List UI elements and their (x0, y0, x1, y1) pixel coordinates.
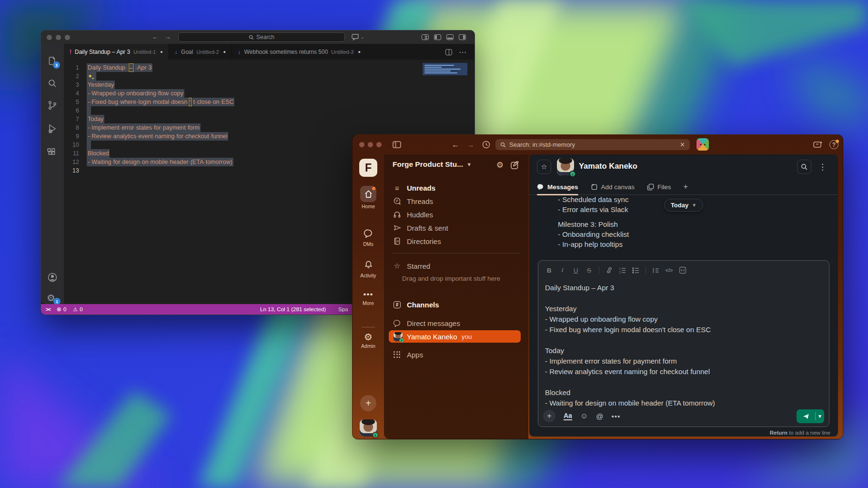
help-icon[interactable]: ? (829, 140, 838, 149)
slack-titlebar[interactable]: ← → Search: in:#std-memory ✕ ? (353, 135, 843, 154)
workspace-menu[interactable]: Forge Product Stu...▼ (393, 160, 472, 169)
back-icon[interactable]: ← (152, 33, 159, 41)
workspace-switcher[interactable]: F (353, 159, 384, 177)
editor-more-actions-icon[interactable]: ⋯ (459, 48, 467, 57)
rail-item-activity[interactable]: Activity (353, 256, 384, 278)
link-icon[interactable] (604, 266, 614, 274)
formatting-toggle-aa[interactable]: Aa (564, 412, 572, 420)
unsaved-dot-icon[interactable]: ● (358, 50, 360, 54)
tab-add-canvas[interactable]: Add canvas (591, 179, 635, 195)
toggle-secondary-sidebar-icon[interactable] (459, 34, 466, 40)
create-new-button[interactable]: + (353, 395, 384, 411)
zoom-button[interactable] (376, 142, 382, 147)
rail-item-admin[interactable]: ⚙ Admin (353, 332, 384, 349)
sidebar-settings-gear-icon[interactable]: ⚙ (496, 160, 504, 170)
vscode-titlebar[interactable]: ← → Search ⌄ (41, 30, 474, 44)
cursor-position[interactable]: Ln 13, Col 1 (281 selected) (260, 306, 326, 312)
sidebar-item-huddles[interactable]: Huddles (384, 208, 528, 221)
sidebar-item-drafts[interactable]: Drafts & sent (384, 221, 528, 234)
compose-icon[interactable] (511, 161, 519, 169)
date-divider-pill[interactable]: Today ▼ (664, 199, 703, 212)
sidebar-item-threads[interactable]: Threads (384, 194, 528, 208)
code-block-icon[interactable] (677, 266, 687, 274)
split-editor-icon[interactable] (445, 49, 452, 55)
account-icon[interactable] (47, 272, 58, 283)
unsaved-dot-icon[interactable]: ● (160, 50, 162, 54)
sidebar-item-apps[interactable]: Apps (384, 348, 528, 361)
settings-gear-icon[interactable]: ⚙ 1 (47, 293, 58, 304)
message-composer[interactable]: B I U S 12 (538, 260, 829, 427)
unsaved-dot-icon[interactable]: ● (223, 50, 226, 54)
toggle-sidebar-icon[interactable] (393, 141, 401, 148)
clear-search-icon[interactable]: ✕ (680, 141, 685, 148)
history-clock-icon[interactable] (482, 141, 490, 149)
ordered-list-icon[interactable]: 12 (617, 267, 627, 274)
help-notification-dot (836, 140, 839, 143)
problems-errors[interactable]: 0 (57, 306, 66, 313)
tab-messages[interactable]: Messages (537, 179, 578, 195)
run-debug-icon[interactable] (47, 123, 58, 134)
sidebar-section-channels[interactable]: # Channels (384, 298, 528, 311)
copilot-chat-icon[interactable]: ⌄ (352, 34, 366, 41)
schedule-send-chevron-icon[interactable]: ▼ (816, 414, 824, 419)
tab-daily-standup[interactable]: ! Daily Standup – Apr 3 Untitled-1 ● (64, 44, 169, 60)
sidebar-item-unreads[interactable]: ≡ Unreads (384, 181, 528, 194)
remote-indicator-icon[interactable]: >< (46, 306, 50, 312)
conversation-avatar[interactable]: z (557, 158, 574, 175)
customize-layout-icon[interactable] (422, 34, 429, 40)
composer-input[interactable]: Daily Standup – Apr 3 Yesterday - Wrappe… (545, 283, 715, 408)
bulleted-list-icon[interactable] (631, 267, 641, 274)
rail-item-dms[interactable]: DMs (353, 225, 384, 247)
star-conversation-button[interactable]: ☆ (537, 160, 551, 174)
attach-plus-icon[interactable]: + (543, 410, 555, 422)
explorer-icon[interactable]: 3 (47, 55, 58, 67)
profile-sticker-icon[interactable] (696, 138, 709, 151)
minimize-button[interactable] (368, 142, 373, 147)
new-huddle-icon[interactable] (813, 140, 823, 149)
forward-icon[interactable]: → (467, 141, 474, 149)
back-icon[interactable]: ← (452, 141, 459, 149)
source-control-icon[interactable] (47, 100, 58, 111)
minimap[interactable] (423, 63, 467, 75)
sidebar-section-starred[interactable]: ☆ Starred (384, 259, 528, 273)
bold-icon[interactable]: B (544, 267, 554, 274)
plus-icon[interactable]: + (360, 395, 376, 411)
sidebar-item-directories[interactable]: a Directories (384, 234, 528, 248)
workspace-logo[interactable]: F (359, 159, 377, 177)
underline-icon[interactable]: U (571, 267, 581, 274)
toggle-sidebar-icon[interactable] (434, 34, 441, 40)
tab-goal[interactable]: ↓ Goal Untitled-2 ● (169, 44, 232, 60)
tab-add[interactable]: + (684, 179, 688, 195)
sidebar-section-direct-messages[interactable]: Direct messages (384, 316, 528, 330)
tab-files[interactable]: Files (647, 179, 671, 195)
code-icon[interactable]: </> (664, 267, 674, 273)
dm-item-yamato-kaneko-selected[interactable]: z Yamato Kaneko you (389, 330, 521, 343)
extensions-icon[interactable] (47, 146, 58, 158)
mention-icon[interactable]: @ (596, 412, 603, 420)
rail-item-more[interactable]: ••• More (353, 290, 384, 306)
slack-search-bar[interactable]: Search: in:#std-memory ✕ (495, 139, 690, 150)
indentation-indicator[interactable]: Spa (338, 306, 348, 312)
rail-item-home[interactable]: Home (353, 186, 384, 209)
blockquote-icon[interactable] (651, 267, 661, 274)
ambiguous-char-box: – (129, 63, 134, 72)
close-button[interactable] (47, 35, 52, 40)
strikethrough-icon[interactable]: S (584, 267, 594, 274)
toggle-panel-icon[interactable] (446, 34, 454, 40)
search-in-conversation-button[interactable] (797, 160, 811, 174)
tab-webhook[interactable]: ↓ Webhook sometimes returns 500 Untitled… (232, 44, 367, 60)
user-avatar[interactable]: z (360, 419, 377, 437)
conversation-title[interactable]: Yamato Kaneko (579, 162, 637, 171)
send-button[interactable]: ▼ (797, 409, 824, 423)
close-button[interactable] (359, 142, 364, 147)
italic-icon[interactable]: I (557, 266, 567, 274)
conversation-more-icon[interactable]: ⋮ (818, 162, 827, 172)
emoji-icon[interactable]: ☺ (580, 412, 588, 420)
forward-icon[interactable]: → (164, 33, 171, 41)
zoom-button[interactable] (65, 35, 70, 40)
more-actions-icon[interactable]: ••• (611, 412, 620, 420)
command-center-search[interactable]: Search (178, 32, 345, 42)
minimize-button[interactable] (56, 35, 61, 40)
search-icon[interactable] (47, 78, 58, 89)
problems-warnings[interactable]: 0 (73, 306, 82, 313)
